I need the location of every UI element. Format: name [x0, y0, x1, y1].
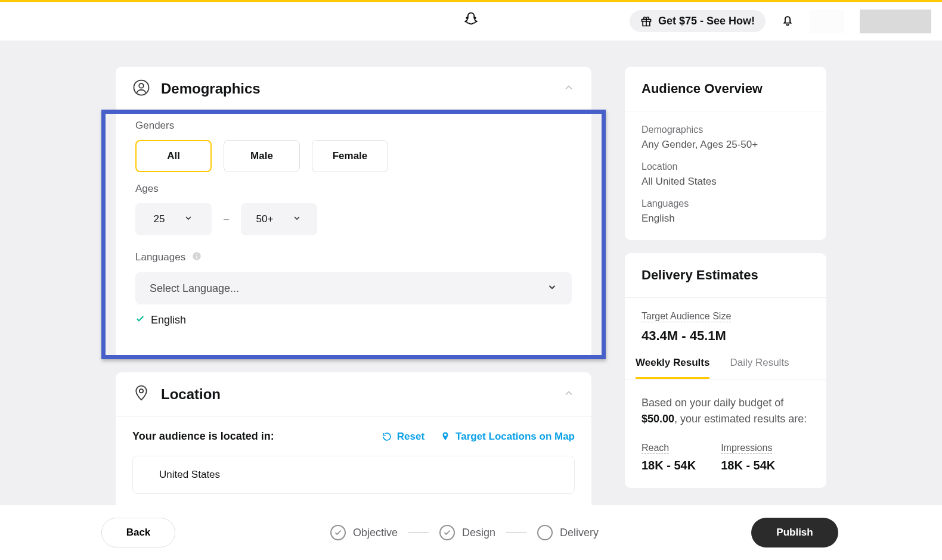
- chevron-down-icon: [184, 213, 193, 226]
- map-label: Target Locations on Map: [455, 431, 575, 443]
- promo-pill[interactable]: Get $75 - See How!: [630, 10, 766, 32]
- overview-title: Audience Overview: [625, 67, 826, 111]
- person-icon: [132, 79, 150, 99]
- overview-languages-label: Languages: [642, 198, 810, 209]
- demographics-card: Demographics Genders All Male Female Age…: [116, 67, 591, 359]
- location-pin-icon: [132, 384, 150, 405]
- overview-languages-value: English: [642, 213, 810, 225]
- gift-icon: [640, 15, 652, 27]
- map-pin-icon: [440, 431, 451, 442]
- stepper: Objective Design Delivery: [330, 525, 599, 540]
- step-circle-icon: [537, 525, 553, 540]
- target-on-map-button[interactable]: Target Locations on Map: [440, 431, 575, 443]
- info-icon[interactable]: i: [191, 251, 202, 264]
- step-separator: [506, 532, 526, 533]
- location-title: Location: [161, 386, 552, 403]
- publish-button[interactable]: Publish: [751, 518, 838, 547]
- reach-value: 18K - 54K: [642, 459, 696, 472]
- step-check-icon: [330, 525, 346, 540]
- back-button[interactable]: Back: [101, 518, 175, 547]
- language-placeholder: Select Language...: [150, 282, 239, 295]
- step-objective[interactable]: Objective: [330, 525, 398, 540]
- location-country-value: United States: [159, 469, 220, 481]
- demographics-title: Demographics: [161, 80, 552, 97]
- demographics-highlight-box: Genders All Male Female Ages 25 – 50+: [101, 110, 606, 359]
- snapchat-icon: [462, 11, 480, 29]
- impressions-label: Impressions: [721, 443, 772, 454]
- collapse-icon[interactable]: [563, 82, 575, 96]
- check-icon: [135, 314, 145, 326]
- svg-point-4: [140, 389, 143, 393]
- selected-language-label: English: [151, 314, 186, 326]
- notifications-icon[interactable]: [781, 14, 794, 29]
- gender-female-button[interactable]: Female: [312, 140, 388, 172]
- chevron-down-icon: [292, 213, 302, 226]
- header: Get $75 - See How!: [0, 2, 942, 41]
- chevron-down-icon: [547, 282, 557, 295]
- selected-language-chip[interactable]: English: [135, 314, 572, 326]
- delivery-estimates-card: Delivery Estimates Target Audience Size …: [625, 253, 826, 488]
- budget-text: Based on your daily budget of $50.00, yo…: [642, 379, 810, 443]
- account-menu-placeholder[interactable]: [860, 10, 931, 33]
- language-select[interactable]: Select Language...: [135, 272, 572, 304]
- impressions-value: 18K - 54K: [721, 459, 775, 472]
- ages-label: Ages: [135, 183, 572, 195]
- age-max-select[interactable]: 50+: [241, 203, 317, 235]
- step-design[interactable]: Design: [439, 525, 495, 540]
- logo[interactable]: [462, 11, 480, 32]
- footer: Back Objective Design Delivery Publish: [0, 505, 942, 560]
- gender-all-button[interactable]: All: [135, 140, 212, 172]
- tab-weekly-results[interactable]: Weekly Results: [636, 357, 709, 379]
- location-prompt: Your audience is located in:: [132, 430, 274, 443]
- step-delivery[interactable]: Delivery: [537, 525, 599, 540]
- location-country-box[interactable]: United States: [132, 456, 575, 494]
- age-min-value: 25: [154, 213, 165, 225]
- overview-location-label: Location: [642, 161, 810, 172]
- reset-icon: [382, 431, 392, 442]
- age-max-value: 50+: [256, 213, 273, 225]
- age-min-select[interactable]: 25: [135, 203, 212, 235]
- overview-demographics-value: Any Gender, Ages 25-50+: [642, 139, 810, 151]
- promo-label: Get $75 - See How!: [658, 15, 755, 27]
- age-separator: –: [224, 214, 229, 225]
- gender-male-button[interactable]: Male: [224, 140, 300, 172]
- location-card: Location Your audience is located in: Re…: [116, 372, 591, 505]
- audience-size-label: Target Audience Size: [642, 311, 731, 322]
- overview-location-value: All United States: [642, 176, 810, 188]
- estimates-title: Delivery Estimates: [625, 253, 826, 298]
- svg-text:i: i: [196, 253, 198, 260]
- step-check-icon: [439, 525, 455, 540]
- languages-label: Languages: [135, 251, 185, 263]
- step-separator: [408, 532, 429, 533]
- overview-demographics-label: Demographics: [642, 125, 810, 135]
- audience-overview-card: Audience Overview Demographics Any Gende…: [625, 67, 826, 240]
- reset-label: Reset: [397, 431, 424, 443]
- account-name-placeholder: [810, 10, 844, 33]
- tab-daily-results[interactable]: Daily Results: [730, 357, 789, 379]
- reset-button[interactable]: Reset: [382, 431, 424, 443]
- audience-size-value: 43.4M - 45.1M: [642, 328, 810, 344]
- genders-label: Genders: [135, 120, 572, 132]
- svg-point-1: [139, 83, 144, 88]
- collapse-icon[interactable]: [563, 387, 575, 402]
- reach-label: Reach: [642, 443, 669, 454]
